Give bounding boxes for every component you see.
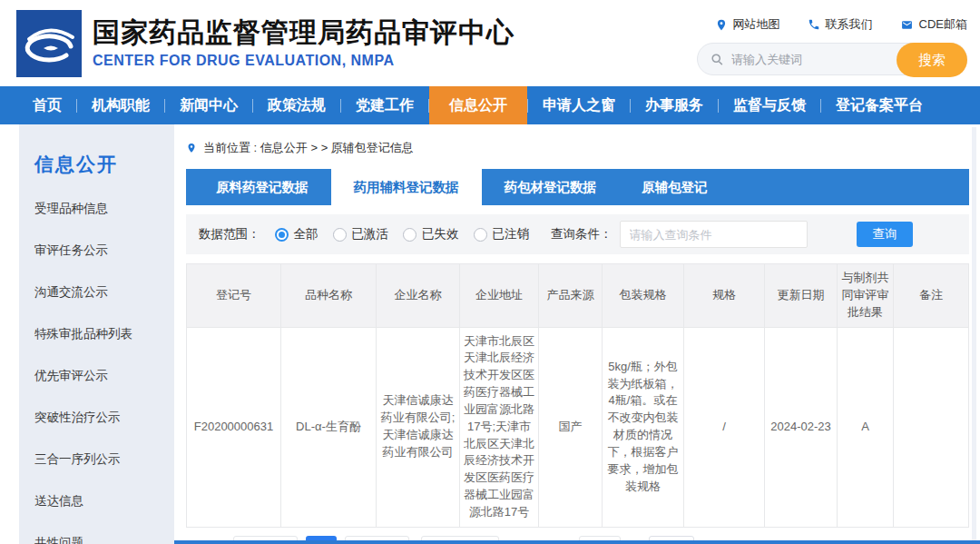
nav-item-home[interactable]: 首页	[18, 86, 76, 124]
site-header: 国家药品监督管理局药品审评中心 CENTER FOR DRUG EVALUATI…	[0, 0, 980, 86]
site-title: 国家药品监督管理局药品审评中心	[93, 17, 514, 49]
nav-item-policies[interactable]: 政策法规	[253, 86, 340, 124]
nav-item-applicant-window[interactable]: 申请人之窗	[528, 86, 630, 124]
radio-cancelled-label: 已注销	[493, 226, 530, 242]
brand-text: 国家药品监督管理局药品审评中心 CENTER FOR DRUG EVALUATI…	[93, 17, 514, 69]
cell-company-name: 天津信诚康达药业有限公司;天津信诚康达药业有限公司	[377, 327, 460, 527]
sidebar-item-priority-review[interactable]: 优先审评公示	[34, 368, 174, 384]
column-header-joint-review-result: 与制剂共同审评审批结果	[838, 264, 894, 328]
cell-joint-review-result: A	[838, 327, 894, 527]
cell-regno: F20200000631	[187, 327, 281, 527]
nav-item-info-disclosure[interactable]: 信息公开	[429, 86, 527, 124]
column-header-remark: 备注	[894, 264, 969, 328]
query-button[interactable]: 查询	[857, 222, 913, 247]
column-header-regno: 登记号	[187, 264, 281, 328]
radio-all[interactable]: 全部	[275, 226, 318, 242]
scrollbar-track[interactable]	[972, 127, 976, 544]
site-search: 搜索	[697, 43, 967, 75]
radio-all-label: 全部	[294, 226, 318, 242]
mail-icon	[900, 19, 914, 31]
site-subtitle: CENTER FOR DRUG EVALUATION, NMPA	[93, 53, 514, 69]
quick-links: 网站地图 联系我们 CDE邮箱	[715, 16, 967, 33]
tab-api-data[interactable]: 原料药登记数据	[193, 169, 331, 205]
column-header-spec: 规格	[684, 264, 765, 328]
column-header-variety-name: 品种名称	[281, 264, 377, 328]
sidebar-item-accepted-varieties[interactable]: 受理品种信息	[34, 201, 174, 217]
radio-icon	[474, 228, 487, 242]
sidebar-item-breakthrough-therapy[interactable]: 突破性治疗公示	[34, 410, 174, 426]
contact-link[interactable]: 联系我们	[808, 16, 873, 33]
cell-variety-name: DL-α-生育酚	[281, 327, 377, 527]
nav-item-party-building[interactable]: 党建工作	[341, 86, 428, 124]
filter-bar: 数据范围： 全部 已激活 已失效 已注销 查询条件：	[186, 214, 969, 254]
nav-item-registration-platform[interactable]: 登记备案平台	[821, 86, 937, 124]
contact-label: 联系我们	[826, 16, 873, 33]
sitemap-label: 网站地图	[733, 16, 780, 33]
footer-top-strip	[174, 540, 980, 544]
brand: 国家药品监督管理局药品审评中心 CENTER FOR DRUG EVALUATI…	[16, 10, 514, 77]
content-wrap: 信息公开 受理品种信息 审评任务公示 沟通交流公示 特殊审批品种列表 优先审评公…	[0, 124, 980, 544]
sitemap-link[interactable]: 网站地图	[715, 16, 780, 33]
search-input[interactable]	[731, 53, 877, 66]
radio-expired[interactable]: 已失效	[403, 226, 459, 242]
cde-mail-link[interactable]: CDE邮箱	[900, 16, 967, 33]
main-nav: 首页 机构职能 新闻中心 政策法规 党建工作 信息公开 申请人之窗 办事服务 监…	[0, 86, 980, 124]
column-header-company-name: 企业名称	[377, 264, 460, 328]
radio-activated[interactable]: 已激活	[333, 226, 389, 242]
radio-activated-label: 已激活	[352, 226, 389, 242]
nav-item-services[interactable]: 办事服务	[631, 86, 718, 124]
tab-packaging-data[interactable]: 药包材登记数据	[482, 169, 620, 205]
tab-raw-aux-pack-registration[interactable]: 原辅包登记	[619, 169, 730, 205]
swallow-logo-icon	[16, 10, 82, 77]
sidebar-item-three-in-one[interactable]: 三合一序列公示	[34, 451, 174, 468]
search-button[interactable]: 搜索	[897, 43, 967, 77]
breadcrumb-text: 当前位置 : 信息公开 > > 原辅包登记信息	[203, 140, 414, 156]
column-header-packaging-spec: 包装规格	[603, 264, 684, 328]
scope-label: 数据范围：	[199, 226, 260, 242]
cell-remark	[894, 327, 969, 527]
phone-icon	[808, 18, 820, 31]
column-header-update-date: 更新日期	[765, 264, 838, 328]
column-header-product-source: 产品来源	[539, 264, 603, 328]
cell-update-date: 2024-02-23	[765, 327, 838, 527]
page: 国家药品监督管理局药品审评中心 CENTER FOR DRUG EVALUATI…	[0, 0, 980, 544]
location-pin-icon	[186, 142, 197, 154]
registration-table: 登记号 品种名称 企业名称 企业地址 产品来源 包装规格 规格 更新日期 与制剂…	[186, 263, 969, 528]
header-right: 网站地图 联系我们 CDE邮箱 搜索	[697, 11, 967, 75]
tab-excipient-data[interactable]: 药用辅料登记数据	[331, 169, 482, 205]
sidebar-title: 信息公开	[34, 152, 174, 177]
sidebar: 信息公开 受理品种信息 审评任务公示 沟通交流公示 特殊审批品种列表 优先审评公…	[19, 124, 174, 544]
radio-cancelled[interactable]: 已注销	[474, 226, 530, 242]
sidebar-item-special-approval[interactable]: 特殊审批品种列表	[34, 326, 174, 342]
nav-item-org-functions[interactable]: 机构职能	[77, 86, 164, 124]
cde-logo	[16, 10, 82, 77]
sidebar-item-common-issues[interactable]: 共性问题	[34, 535, 174, 544]
cell-spec: /	[684, 327, 765, 527]
table-row: F20200000631 DL-α-生育酚 天津信诚康达药业有限公司;天津信诚康…	[187, 327, 969, 527]
query-label: 查询条件：	[551, 226, 612, 242]
radio-expired-label: 已失效	[422, 226, 459, 242]
radio-icon	[403, 228, 416, 242]
radio-icon	[275, 228, 289, 242]
search-icon	[710, 53, 724, 66]
sidebar-item-delivery-info[interactable]: 送达信息	[34, 493, 174, 509]
query-input[interactable]	[620, 221, 808, 248]
cell-company-address: 天津市北辰区天津北辰经济技术开发区医药医疗器械工业园富源北路17号;天津市北辰区…	[460, 327, 539, 527]
table-header-row: 登记号 品种名称 企业名称 企业地址 产品来源 包装规格 规格 更新日期 与制剂…	[187, 264, 969, 328]
data-tabs: 原料药登记数据 药用辅料登记数据 药包材登记数据 原辅包登记	[186, 169, 969, 205]
main-area: 当前位置 : 信息公开 > > 原辅包登记信息 原料药登记数据 药用辅料登记数据…	[174, 124, 980, 544]
column-header-company-address: 企业地址	[460, 264, 539, 328]
cde-mail-label: CDE邮箱	[919, 16, 967, 33]
cell-product-source: 国产	[539, 327, 603, 527]
sidebar-item-review-tasks[interactable]: 审评任务公示	[34, 242, 174, 259]
cell-packaging-spec: 5kg/瓶；外包装为纸板箱，4瓶/箱。或在不改变内包装材质的情况下，根据客户要求…	[603, 327, 684, 527]
breadcrumb: 当前位置 : 信息公开 > > 原辅包登记信息	[186, 140, 969, 156]
sidebar-item-communication[interactable]: 沟通交流公示	[34, 284, 174, 301]
nav-item-news-center[interactable]: 新闻中心	[165, 86, 252, 124]
map-pin-icon	[715, 18, 728, 32]
nav-item-supervision-feedback[interactable]: 监督与反馈	[719, 86, 820, 124]
radio-icon	[333, 228, 347, 242]
